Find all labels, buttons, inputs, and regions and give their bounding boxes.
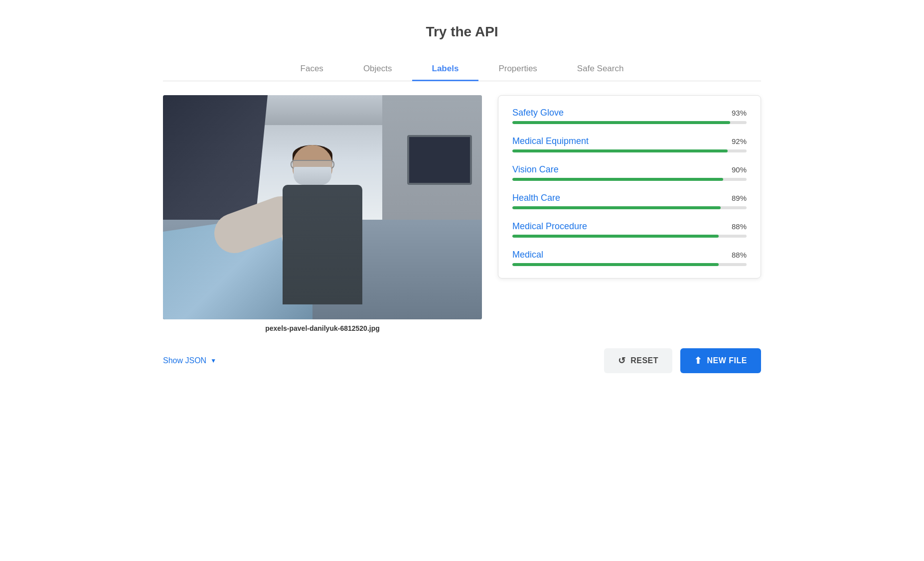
label-header: Medical 88% — [512, 250, 747, 260]
label-item: Medical Equipment 92% — [512, 136, 747, 152]
label-pct: 88% — [732, 251, 747, 259]
label-bar-bg — [512, 149, 747, 152]
reset-label: RESET — [630, 356, 658, 365]
label-pct: 93% — [732, 109, 747, 117]
tab-labels[interactable]: Labels — [412, 58, 479, 81]
label-name: Medical — [512, 250, 543, 260]
image-box — [163, 95, 482, 319]
label-bar-fill — [512, 235, 719, 238]
label-header: Health Care 89% — [512, 193, 747, 203]
label-bar-fill — [512, 121, 730, 124]
label-bar-bg — [512, 121, 747, 124]
reset-icon: ↺ — [618, 355, 626, 366]
label-header: Medical Equipment 92% — [512, 136, 747, 146]
label-bar-fill — [512, 263, 719, 266]
label-bar-fill — [512, 149, 728, 152]
upload-icon: ⬆ — [694, 355, 702, 366]
label-name: Medical Procedure — [512, 221, 587, 232]
label-name: Safety Glove — [512, 108, 564, 118]
page-title: Try the API — [426, 24, 498, 40]
label-bar-bg — [512, 263, 747, 266]
new-file-button[interactable]: ⬆ NEW FILE — [680, 348, 761, 373]
label-item: Medical Procedure 88% — [512, 221, 747, 238]
tabs-container: Faces Objects Labels Properties Safe Sea… — [163, 58, 761, 81]
label-bar-bg — [512, 235, 747, 238]
show-json-button[interactable]: Show JSON ▼ — [163, 356, 216, 365]
image-panel: pexels-pavel-danilyuk-6812520.jpg — [163, 95, 482, 332]
label-item: Vision Care 90% — [512, 164, 747, 181]
image-filename: pexels-pavel-danilyuk-6812520.jpg — [265, 324, 380, 332]
tab-properties[interactable]: Properties — [478, 58, 557, 81]
label-pct: 89% — [732, 194, 747, 202]
label-pct: 92% — [732, 137, 747, 145]
label-bar-fill — [512, 206, 721, 209]
label-name: Medical Equipment — [512, 136, 589, 146]
reset-button[interactable]: ↺ RESET — [604, 348, 672, 373]
label-item: Medical 88% — [512, 250, 747, 266]
label-name: Vision Care — [512, 164, 559, 175]
label-bar-bg — [512, 206, 747, 209]
label-item: Health Care 89% — [512, 193, 747, 209]
tab-faces[interactable]: Faces — [281, 58, 343, 81]
label-pct: 88% — [732, 222, 747, 231]
chevron-down-icon: ▼ — [210, 357, 216, 364]
labels-panel: Safety Glove 93% Medical Equipment 92% V… — [498, 95, 761, 279]
label-header: Medical Procedure 88% — [512, 221, 747, 232]
label-item: Safety Glove 93% — [512, 108, 747, 124]
main-content: pexels-pavel-danilyuk-6812520.jpg Safety… — [163, 95, 761, 332]
label-name: Health Care — [512, 193, 560, 203]
label-header: Vision Care 90% — [512, 164, 747, 175]
bottom-row: Show JSON ▼ ↺ RESET ⬆ NEW FILE — [163, 348, 761, 373]
label-bar-bg — [512, 178, 747, 181]
tab-objects[interactable]: Objects — [343, 58, 412, 81]
label-header: Safety Glove 93% — [512, 108, 747, 118]
label-pct: 90% — [732, 165, 747, 174]
dental-scene — [163, 95, 482, 319]
tab-safe-search[interactable]: Safe Search — [557, 58, 644, 81]
action-buttons: ↺ RESET ⬆ NEW FILE — [604, 348, 761, 373]
dentist-figure — [273, 145, 372, 304]
new-file-label: NEW FILE — [707, 356, 747, 365]
show-json-label: Show JSON — [163, 356, 206, 365]
label-bar-fill — [512, 178, 723, 181]
